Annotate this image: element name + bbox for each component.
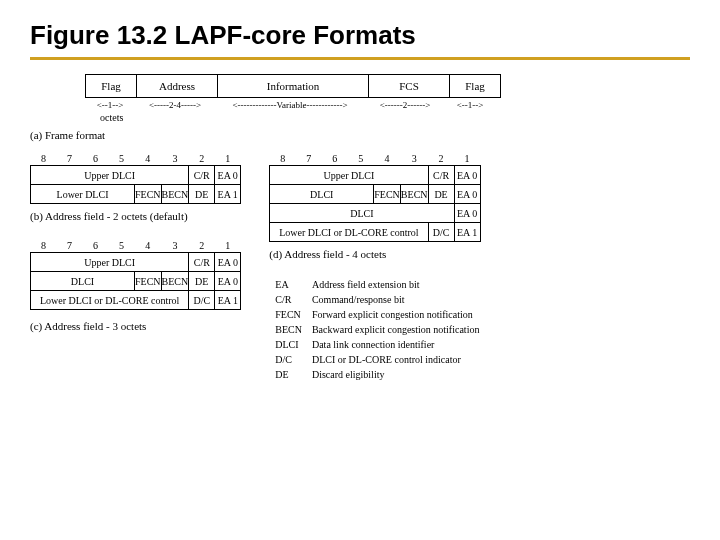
d-cr: C/R: [428, 166, 454, 185]
c-de: DE: [189, 272, 215, 291]
frame-cell-fcs: FCS: [368, 74, 450, 98]
address-4oct-table: 8 7 6 5 4 3 2 1 Upper DLCI C/R EA 0 DLCI…: [269, 151, 480, 242]
lg-ea-k: EA: [271, 278, 306, 291]
c-bit-4: 4: [135, 238, 162, 253]
span-address: <-----2-4----->: [135, 100, 215, 110]
d-ea0b: EA 0: [454, 185, 480, 204]
caption-a: (a) Frame format: [30, 129, 690, 141]
d-ea1: EA 1: [454, 223, 480, 242]
address-2oct-table: 8 7 6 5 4 3 2 1 Upper DLCI C/R EA 0 Lowe…: [30, 151, 241, 204]
d-bit-7: 7: [296, 151, 322, 166]
lg-dc-k: D/C: [271, 353, 306, 366]
lg-ea: Address field extension bit: [308, 278, 483, 291]
octets-label: octets: [100, 112, 690, 123]
d-dlci: DLCI: [270, 185, 374, 204]
d-dlci2: DLCI: [270, 204, 454, 223]
c-upper-dlci: Upper DLCI: [31, 253, 189, 272]
b-ea0: EA 0: [215, 166, 241, 185]
bit-4: 4: [135, 151, 162, 166]
d-bit-4: 4: [374, 151, 401, 166]
d-ea0c: EA 0: [454, 204, 480, 223]
caption-d: (d) Address field - 4 octets: [269, 248, 485, 260]
right-col: 8 7 6 5 4 3 2 1 Upper DLCI C/R EA 0 DLCI…: [269, 151, 485, 383]
page-title: Figure 13.2 LAPF-core Formats: [30, 20, 690, 60]
caption-b: (b) Address field - 2 octets (default): [30, 210, 241, 222]
d-becn: BECN: [400, 185, 428, 204]
b-ea1: EA 1: [215, 185, 241, 204]
c-bit-6: 6: [83, 238, 109, 253]
c-dlci: DLCI: [31, 272, 135, 291]
c-bit-5: 5: [109, 238, 135, 253]
b-fecn: FECN: [135, 185, 162, 204]
d-bit-8: 8: [270, 151, 296, 166]
span-information: <-------------Variable------------>: [215, 100, 365, 110]
bit-6: 6: [83, 151, 109, 166]
lg-becn-k: BECN: [271, 323, 306, 336]
lg-de-k: DE: [271, 368, 306, 381]
frame-cell-flag: Flag: [85, 74, 137, 98]
c-ea0b: EA 0: [215, 272, 241, 291]
b-de: DE: [189, 185, 215, 204]
d-dc: D/C: [428, 223, 454, 242]
lg-becn: Backward explicit congestion notificatio…: [308, 323, 483, 336]
bit-1: 1: [215, 151, 241, 166]
bit-2: 2: [189, 151, 215, 166]
frame-format-section: Flag Address Information FCS Flag <--1--…: [30, 74, 690, 141]
address-3oct-table: 8 7 6 5 4 3 2 1 Upper DLCI C/R EA 0 DLCI…: [30, 238, 241, 310]
b-upper-dlci: Upper DLCI: [31, 166, 189, 185]
c-bit-2: 2: [189, 238, 215, 253]
lg-de: Discard eligibility: [308, 368, 483, 381]
d-bit-6: 6: [322, 151, 348, 166]
d-ea0: EA 0: [454, 166, 480, 185]
span-flag2: <--1-->: [445, 100, 495, 110]
d-bit-3: 3: [400, 151, 428, 166]
bit-5: 5: [109, 151, 135, 166]
d-bit-2: 2: [428, 151, 454, 166]
b-becn: BECN: [161, 185, 189, 204]
lg-fecn: Forward explicit congestion notification: [308, 308, 483, 321]
frame-row: Flag Address Information FCS Flag: [85, 74, 690, 98]
c-bit-7: 7: [57, 238, 83, 253]
d-fecn: FECN: [374, 185, 401, 204]
c-ea1: EA 1: [215, 291, 241, 310]
d-bit-1: 1: [454, 151, 480, 166]
span-flag: <--1-->: [85, 100, 135, 110]
legend-table: EA Address field extension bit C/R Comma…: [269, 276, 485, 383]
span-fcs: <------2------>: [365, 100, 445, 110]
c-ea0: EA 0: [215, 253, 241, 272]
lg-dc: DLCI or DL-CORE control indicator: [308, 353, 483, 366]
frame-spans: <--1--> <-----2-4-----> <-------------Va…: [85, 100, 690, 110]
bit-3: 3: [161, 151, 189, 166]
b-lower-dlci: Lower DLCI: [31, 185, 135, 204]
c-becn: BECN: [161, 272, 189, 291]
d-de: DE: [428, 185, 454, 204]
d-bit-5: 5: [348, 151, 374, 166]
b-cr: C/R: [189, 166, 215, 185]
c-dc: D/C: [189, 291, 215, 310]
d-upper-dlci: Upper DLCI: [270, 166, 428, 185]
frame-cell-flag2: Flag: [449, 74, 501, 98]
caption-c: (c) Address field - 3 octets: [30, 320, 241, 332]
c-bit-1: 1: [215, 238, 241, 253]
bit-7: 7: [57, 151, 83, 166]
lg-cr: Command/response bit: [308, 293, 483, 306]
c-cr: C/R: [189, 253, 215, 272]
c-bit-8: 8: [31, 238, 57, 253]
lg-fecn-k: FECN: [271, 308, 306, 321]
frame-cell-information: Information: [217, 74, 369, 98]
d-lower-or-core: Lower DLCI or DL-CORE control: [270, 223, 428, 242]
c-lower-or-core: Lower DLCI or DL-CORE control: [31, 291, 189, 310]
c-bit-3: 3: [161, 238, 189, 253]
lg-dlci-k: DLCI: [271, 338, 306, 351]
frame-cell-address: Address: [136, 74, 218, 98]
c-fecn: FECN: [135, 272, 162, 291]
lg-cr-k: C/R: [271, 293, 306, 306]
lg-dlci: Data link connection identifier: [308, 338, 483, 351]
left-col: 8 7 6 5 4 3 2 1 Upper DLCI C/R EA 0 Lowe…: [30, 151, 241, 383]
bit-8: 8: [31, 151, 57, 166]
